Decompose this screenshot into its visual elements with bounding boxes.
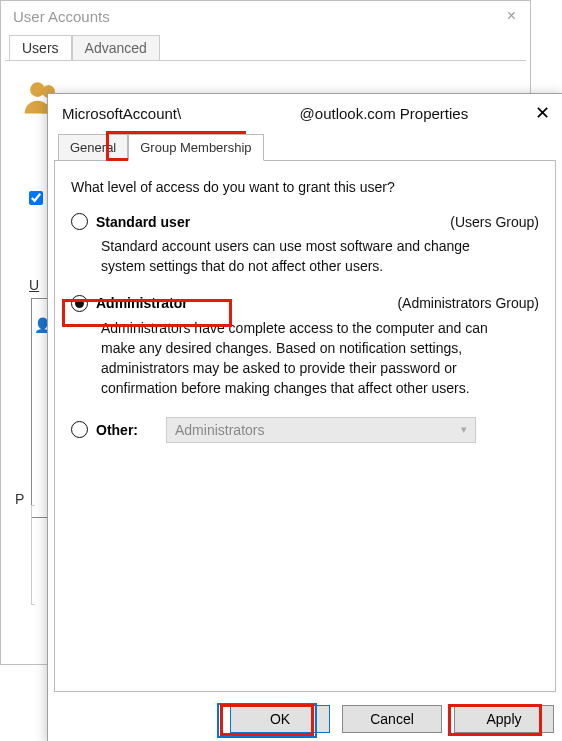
fg-title-suffix: @outlook.com Properties: [300, 105, 469, 122]
bg-users-heading: U: [29, 277, 39, 293]
ok-button[interactable]: OK: [230, 705, 330, 733]
other-select-value: Administrators: [175, 422, 264, 438]
option-admin-group: (Administrators Group): [397, 295, 539, 311]
bg-tabstrip: Users Advanced: [9, 35, 530, 60]
option-standard: Standard user (Users Group) Standard acc…: [71, 213, 539, 277]
bg-checkbox[interactable]: [29, 191, 43, 205]
radio-other[interactable]: [71, 421, 88, 438]
option-admin-label: Administrator: [96, 295, 188, 311]
fg-tabstrip: General Group Membership: [58, 134, 562, 161]
option-standard-desc: Standard account users can use most soft…: [101, 236, 501, 277]
bg-tab-users[interactable]: Users: [9, 35, 72, 60]
bg-groupbox: [31, 505, 35, 605]
bg-tab-advanced[interactable]: Advanced: [72, 35, 160, 60]
radio-standard[interactable]: [71, 213, 88, 230]
bg-title: User Accounts: [13, 8, 110, 25]
option-standard-header[interactable]: Standard user (Users Group): [71, 213, 539, 230]
tab-body: What level of access do you want to gran…: [54, 160, 556, 692]
chevron-down-icon: ▾: [461, 423, 467, 436]
bg-p-label: P: [15, 491, 24, 507]
dialog-button-row: OK Cancel Apply: [230, 705, 554, 733]
option-standard-group: (Users Group): [450, 214, 539, 230]
bg-titlebar: User Accounts ×: [1, 1, 530, 31]
fg-title-prefix: MicrosoftAccount\: [62, 105, 181, 122]
cancel-button[interactable]: Cancel: [342, 705, 442, 733]
option-admin-header[interactable]: Administrator (Administrators Group): [71, 295, 539, 312]
fg-titlebar: MicrosoftAccount\ @outlook.com Propertie…: [48, 94, 562, 132]
bg-close-icon[interactable]: ×: [501, 7, 522, 25]
radio-admin[interactable]: [71, 295, 88, 312]
access-question: What level of access do you want to gran…: [71, 179, 539, 195]
properties-dialog: MicrosoftAccount\ @outlook.com Propertie…: [47, 93, 562, 741]
fg-title: MicrosoftAccount\ @outlook.com Propertie…: [62, 105, 468, 122]
option-admin-desc: Administrators have complete access to t…: [101, 318, 501, 399]
tab-general[interactable]: General: [58, 134, 128, 161]
other-group-select[interactable]: Administrators ▾: [166, 417, 476, 443]
option-other: Other: Administrators ▾: [71, 417, 539, 443]
tab-group-membership[interactable]: Group Membership: [128, 134, 263, 161]
option-standard-label: Standard user: [96, 214, 190, 230]
close-icon[interactable]: ✕: [533, 102, 552, 124]
option-admin: Administrator (Administrators Group) Adm…: [71, 295, 539, 399]
apply-button[interactable]: Apply: [454, 705, 554, 733]
option-other-label: Other:: [96, 422, 138, 438]
